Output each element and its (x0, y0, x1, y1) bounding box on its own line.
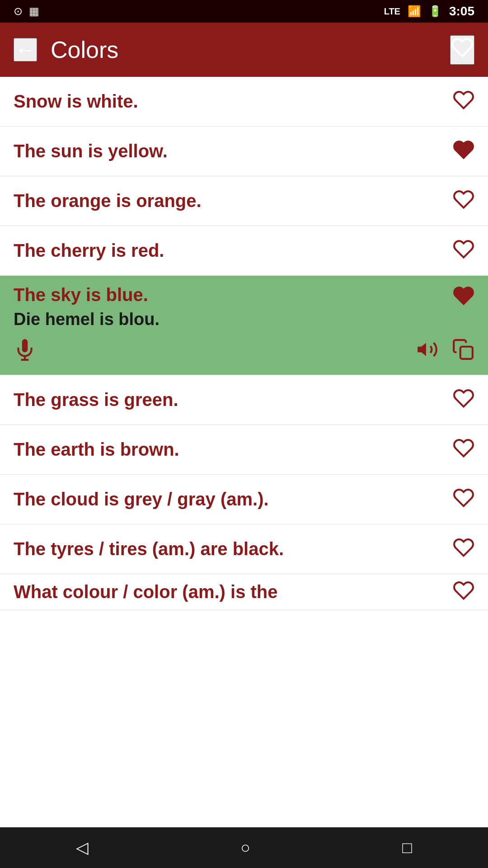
list-item[interactable]: The grass is green. (0, 375, 488, 425)
list-item[interactable]: The tyres / tires (am.) are black. (0, 524, 488, 574)
status-bar: ⊙ ▦ LTE 📶 🔋 3:05 (0, 0, 488, 23)
favorite-button[interactable] (453, 580, 474, 604)
home-nav-button[interactable]: ○ (240, 838, 250, 857)
sentence-text: The cloud is grey / gray (am.). (14, 489, 453, 509)
list-item[interactable]: The cloud is grey / gray (am.). (0, 475, 488, 524)
list-item-partial[interactable]: What colour / color (am.) is the (0, 574, 488, 610)
favorite-button[interactable] (453, 189, 474, 213)
list-item[interactable]: The earth is brown. (0, 425, 488, 475)
sentence-text: The tyres / tires (am.) are black. (14, 539, 453, 559)
svg-rect-3 (460, 347, 473, 359)
battery-icon: 🔋 (428, 5, 442, 18)
speaker-button[interactable] (416, 338, 438, 363)
list-item[interactable]: Snow is white. (0, 77, 488, 127)
list-item[interactable]: The cherry is red. (0, 226, 488, 276)
bottom-nav: ◁ ○ □ (0, 827, 488, 868)
sentence-text: The cherry is red. (14, 241, 453, 261)
status-time: 3:05 (449, 4, 474, 19)
translation-text: Die hemel is blou. (14, 310, 160, 329)
back-nav-button[interactable]: ◁ (76, 838, 89, 857)
circle-icon: ⊙ (14, 5, 23, 18)
sentence-text: What colour / color (am.) is the (14, 582, 453, 602)
list-item[interactable]: The sun is yellow. (0, 127, 488, 176)
svg-marker-2 (418, 343, 426, 356)
recent-nav-button[interactable]: □ (402, 838, 412, 857)
sentence-text: The sun is yellow. (14, 141, 453, 161)
sentence-text: The grass is green. (14, 390, 453, 410)
signal-icon: 📶 (408, 5, 421, 18)
favorites-button[interactable] (450, 35, 474, 65)
sentence-text: Snow is white. (14, 91, 453, 112)
copy-button[interactable] (452, 338, 474, 363)
microphone-button[interactable] (14, 338, 36, 363)
page-title: Colors (51, 36, 450, 63)
favorite-button[interactable] (453, 437, 474, 462)
sentence-text: The sky is blue. (14, 285, 453, 305)
favorite-button[interactable] (453, 387, 474, 412)
favorite-button[interactable] (453, 487, 474, 512)
status-bar-left: ⊙ ▦ (14, 5, 39, 18)
sentence-text: The earth is brown. (14, 439, 453, 460)
list-item-expanded[interactable]: The sky is blue. Die hemel is blou. (0, 276, 488, 375)
sd-card-icon: ▦ (29, 5, 39, 18)
favorite-button[interactable] (453, 139, 474, 164)
list-item[interactable]: The orange is orange. (0, 176, 488, 226)
favorite-button[interactable] (453, 238, 474, 263)
lte-icon: LTE (384, 6, 400, 17)
sentence-list: Snow is white. The sun is yellow. The or… (0, 77, 488, 827)
favorite-button[interactable] (453, 89, 474, 114)
favorite-button[interactable] (453, 537, 474, 561)
app-bar: ← Colors (0, 23, 488, 77)
right-actions (416, 338, 474, 363)
favorite-button[interactable] (453, 285, 474, 310)
sentence-text: The orange is orange. (14, 191, 453, 211)
back-button[interactable]: ← (14, 38, 37, 61)
item-actions (14, 338, 474, 363)
